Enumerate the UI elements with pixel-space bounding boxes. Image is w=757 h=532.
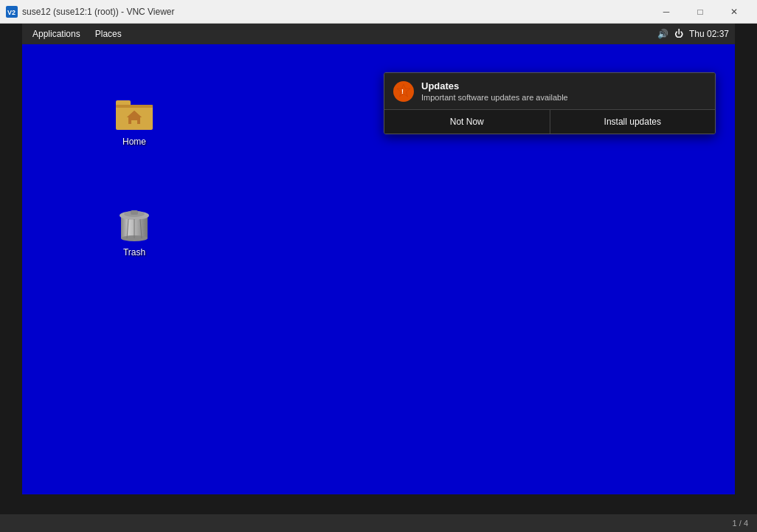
svg-text:V2: V2 xyxy=(7,9,15,16)
desktop: Home xyxy=(22,44,735,494)
titlebar: V2 suse12 (suse12:1 (root)) - VNC Viewer… xyxy=(0,0,757,24)
updates-title: Updates xyxy=(421,80,568,91)
svg-rect-12 xyxy=(131,210,138,215)
svg-rect-4 xyxy=(116,105,153,108)
install-updates-button[interactable]: Install updates xyxy=(550,110,716,134)
updates-message: Important software updates are available xyxy=(421,93,568,102)
page-info: 1 / 4 xyxy=(733,519,748,528)
statusbar: 1 / 4 xyxy=(0,514,757,532)
not-now-button[interactable]: Not Now xyxy=(384,110,550,134)
svg-marker-16 xyxy=(397,84,410,97)
panel-right: 🔊 ⏻ Thu 02:37 xyxy=(657,29,729,39)
vnc-icon: V2 xyxy=(6,6,18,18)
volume-icon[interactable]: 🔊 xyxy=(657,29,668,39)
power-icon[interactable]: ⏻ xyxy=(674,29,683,39)
window-title: suse12 (suse12:1 (root)) - VNC Viewer xyxy=(22,7,649,17)
updates-buttons: Not Now Install updates xyxy=(384,109,715,134)
updates-header: ! Updates Important software updates are… xyxy=(384,73,715,109)
maximize-button[interactable]: □ xyxy=(683,0,717,24)
trash-label: Trash xyxy=(123,247,145,258)
gnome-panel: Applications Places 🔊 ⏻ Thu 02:37 xyxy=(22,24,735,44)
applications-menu[interactable]: Applications xyxy=(28,27,85,41)
places-menu[interactable]: Places xyxy=(91,27,126,41)
home-icon[interactable]: Home xyxy=(105,92,164,147)
vnc-content: Applications Places 🔊 ⏻ Thu 02:37 xyxy=(0,24,757,514)
updates-notification: ! Updates Important software updates are… xyxy=(384,72,716,134)
window-controls: ─ □ ✕ xyxy=(649,0,751,24)
updates-warning-icon: ! xyxy=(393,81,414,102)
clock: Thu 02:37 xyxy=(689,29,729,39)
trash-icon[interactable]: Trash xyxy=(105,203,164,258)
close-button[interactable]: ✕ xyxy=(717,0,751,24)
remote-desktop: Applications Places 🔊 ⏻ Thu 02:37 xyxy=(22,24,735,494)
minimize-button[interactable]: ─ xyxy=(649,0,683,24)
svg-text:!: ! xyxy=(401,88,404,95)
home-label: Home xyxy=(122,137,146,147)
updates-text: Updates Important software updates are a… xyxy=(421,80,568,102)
